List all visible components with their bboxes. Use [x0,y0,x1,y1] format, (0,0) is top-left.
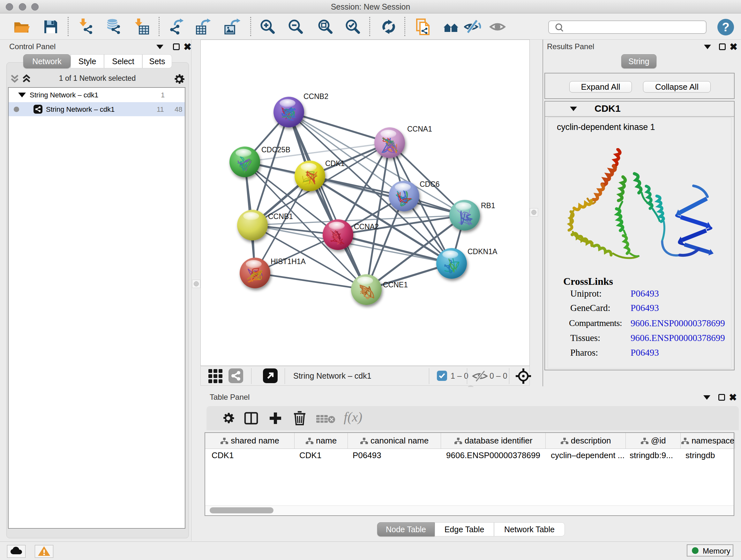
svg-text:CDK1: CDK1 [325,159,345,168]
svg-text:CDKN1A: CDKN1A [468,247,497,256]
svg-text:CCNA1: CCNA1 [407,125,432,133]
svg-text:RB1: RB1 [481,201,495,210]
svg-text:CDC6: CDC6 [420,180,440,188]
svg-text:CCNB2: CCNB2 [304,92,328,101]
svg-text:CCNB1: CCNB1 [268,212,293,221]
svg-text:CDC25B: CDC25B [261,145,290,154]
svg-text:CCNE1: CCNE1 [383,281,408,289]
svg-text:CCNA2: CCNA2 [354,223,379,231]
svg-text:HIST1H1A: HIST1H1A [271,257,306,266]
